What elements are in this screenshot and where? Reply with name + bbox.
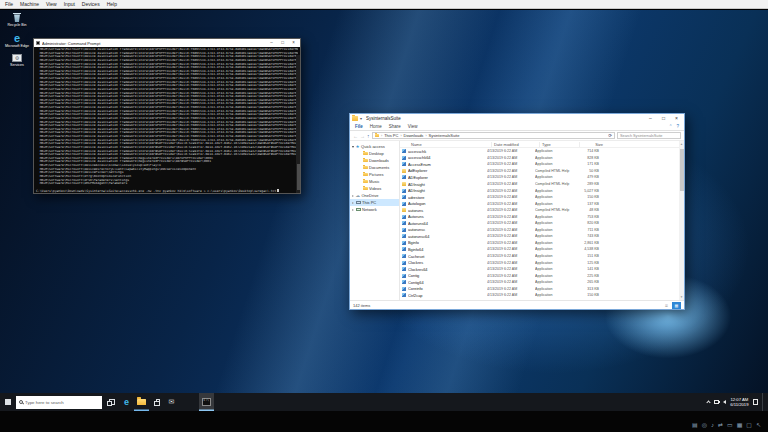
desktop-icons: Recycle Bin e Microsoft Edge ⚙ Services [3, 13, 31, 67]
vbox-menu-view[interactable]: View [46, 1, 57, 7]
desktop-icon-recycle-bin[interactable]: Recycle Bin [3, 13, 31, 27]
sidebar-item-music[interactable]: Music [350, 178, 399, 185]
details-view-button[interactable]: ≣ [662, 302, 671, 309]
vbox-menu-machine[interactable]: Machine [20, 1, 39, 7]
file-explorer-window: ▾ SysinternalsSuite – □ × File Home Shar… [349, 113, 685, 310]
cmd-minimize-button[interactable]: – [267, 39, 276, 47]
explorer-maximize-button[interactable]: □ [658, 114, 669, 123]
start-button[interactable] [0, 393, 16, 411]
quick-access-toolbar-chevron-icon[interactable]: ▾ [360, 116, 362, 121]
taskbar-search-box[interactable]: Type here to search [16, 396, 102, 409]
breadcrumb-segment[interactable]: Downloads [404, 133, 424, 138]
file-type: Application [535, 247, 575, 251]
refresh-icon[interactable]: ⟳ [608, 133, 612, 138]
cmd-close-button[interactable]: × [289, 39, 298, 47]
explorer-window-title: SysinternalsSuite [366, 116, 643, 121]
star-icon [356, 144, 360, 149]
file-name: Clockres64 [408, 267, 487, 272]
column-header-date-modified[interactable]: Date modified [491, 142, 539, 147]
file-name: Contig64 [408, 280, 487, 285]
application-icon [402, 149, 406, 153]
taskbar-command-prompt-button[interactable] [199, 393, 214, 411]
sidebar-item-pictures[interactable]: Pictures [350, 171, 399, 178]
tray-chevron-up-icon[interactable] [707, 400, 711, 404]
address-box[interactable]: ›This PC›Downloads›SysinternalsSuite ⟳ [372, 132, 616, 140]
sidebar-item-onedrive[interactable]: OneDrive [350, 192, 399, 199]
tab-view[interactable]: View [408, 124, 418, 129]
file-type: Application [535, 215, 575, 219]
explorer-scrollbar[interactable]: ▲ ▼ [679, 141, 684, 300]
taskbar-file-explorer-button[interactable] [134, 393, 149, 411]
sidebar-item-documents[interactable]: Documents [350, 164, 399, 171]
file-size: 820 KB [575, 221, 601, 225]
desktop-icon-microsoft-edge[interactable]: e Microsoft Edge [3, 33, 31, 48]
file-type: Application [535, 228, 575, 232]
ribbon-expand-icon[interactable]: ⌃ [669, 124, 673, 129]
sidebar-item-label: Music [369, 179, 379, 184]
file-date-modified: 4/13/2019 6:22 AM [487, 267, 535, 271]
file-name: ADExplorer [408, 175, 487, 180]
up-icon[interactable]: ↑ [367, 131, 370, 141]
search-input[interactable]: Search SysinternalsSuite [617, 132, 681, 140]
cmd-body[interactable]: HKLM\Software\Microsoft\Device Associati… [34, 47, 300, 193]
vbox-menu-help[interactable]: Help [107, 1, 117, 7]
vbox-menu-devices[interactable]: Devices [82, 1, 100, 7]
application-icon [402, 215, 406, 219]
desktop-wallpaper[interactable]: Recycle Bin e Microsoft Edge ⚙ Services … [0, 10, 768, 393]
tray-clock[interactable]: 12:07 AM 6/11/2019 [730, 397, 748, 407]
breadcrumb-segment[interactable]: SysinternalsSuite [429, 133, 460, 138]
column-header-name[interactable]: Name [409, 142, 491, 147]
action-center-icon[interactable] [753, 399, 759, 405]
table-row[interactable]: Ctrl2cap4/13/2019 6:22 AMApplication150 … [400, 292, 684, 299]
back-icon[interactable]: ← [353, 131, 358, 141]
net-icon [356, 208, 361, 211]
sidebar-item-network[interactable]: Network [350, 206, 399, 213]
thumbnails-view-button[interactable]: ▦ [672, 302, 681, 309]
scroll-down-icon[interactable]: ▼ [679, 295, 684, 299]
desktop-icon-services[interactable]: ⚙ Services [3, 54, 31, 67]
file-date-modified: 4/13/2019 6:22 AM [487, 182, 535, 186]
show-desktop-button[interactable] [762, 393, 765, 411]
chevron-down-icon[interactable] [352, 146, 354, 148]
scroll-up-icon[interactable]: ▲ [679, 142, 684, 146]
cmd-scrollbar-thumb[interactable] [297, 164, 300, 190]
task-view-button[interactable] [104, 393, 119, 411]
chevron-right-icon[interactable] [352, 202, 354, 204]
hdd-icon: ▤ [692, 422, 698, 428]
forward-icon[interactable]: → [360, 131, 365, 141]
taskbar-edge-button[interactable]: e [119, 393, 134, 411]
explorer-scrollbar-thumb[interactable] [680, 149, 684, 191]
file-date-modified: 4/13/2019 6:22 AM [487, 175, 535, 179]
explorer-titlebar[interactable]: ▾ SysinternalsSuite – □ × [350, 114, 684, 123]
explorer-minimize-button[interactable]: – [645, 114, 656, 123]
help-icon[interactable]: ? [676, 124, 679, 129]
sidebar-item-videos[interactable]: Videos [350, 185, 399, 192]
breadcrumb-segment[interactable]: This PC [384, 133, 398, 138]
sidebar-item-this-pc[interactable]: This PC [350, 199, 399, 206]
file-name: ADInsight [408, 188, 487, 193]
cmd-scrollbar[interactable] [296, 55, 300, 193]
volume-icon[interactable] [723, 400, 726, 404]
column-header-size[interactable]: Size [579, 142, 605, 147]
tab-home[interactable]: Home [370, 124, 382, 129]
cmd-titlebar[interactable]: Administrator: Command Prompt – □ × [34, 39, 300, 47]
taskbar-store-button[interactable] [149, 393, 164, 411]
tab-file[interactable]: File [355, 124, 363, 129]
sidebar-item-downloads[interactable]: Downloads [350, 157, 399, 164]
column-header-type[interactable]: Type [539, 142, 579, 147]
optical-drive-icon: ◎ [702, 422, 707, 428]
chevron-right-icon[interactable] [352, 209, 354, 211]
vbox-menu-file[interactable]: File [5, 1, 13, 7]
vbox-menu-input[interactable]: Input [64, 1, 75, 7]
taskbar-mail-button[interactable]: ✉ [164, 393, 179, 411]
sidebar-item-desktop[interactable]: Desktop [350, 150, 399, 157]
breadcrumb-separator-icon: › [381, 134, 382, 138]
sidebar-item-quick-access[interactable]: Quick access [350, 143, 399, 150]
explorer-close-button[interactable]: × [671, 114, 682, 123]
file-type: Application [535, 149, 575, 153]
chevron-right-icon[interactable] [352, 195, 354, 197]
cmd-maximize-button[interactable]: □ [278, 39, 287, 47]
file-size: 313 KB [575, 287, 601, 291]
file-date-modified: 4/13/2019 6:22 AM [487, 228, 535, 232]
tab-share[interactable]: Share [389, 124, 401, 129]
